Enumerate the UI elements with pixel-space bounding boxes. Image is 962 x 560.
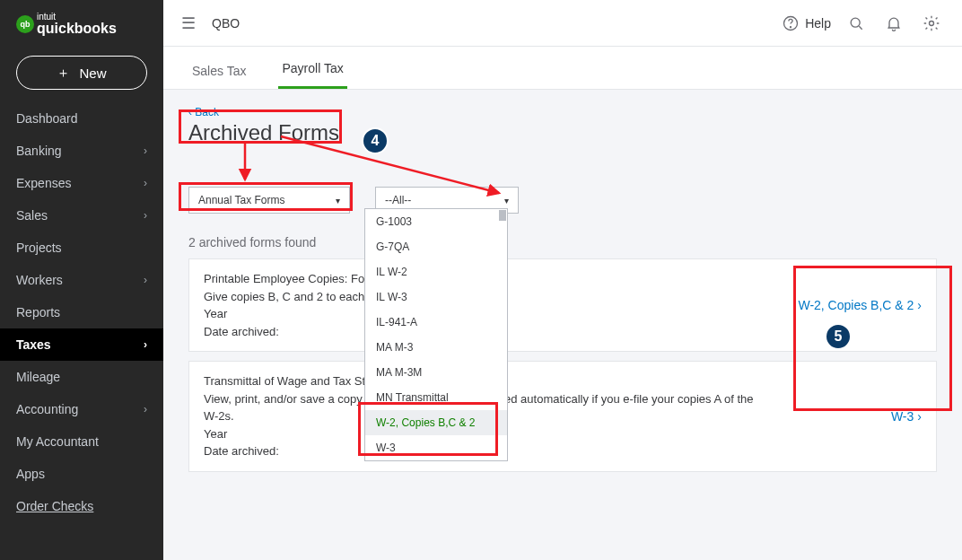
sidebar-item-accounting[interactable]: Accounting› bbox=[0, 393, 163, 425]
sidebar: qb intuit quickbooks ＋ New DashboardBank… bbox=[0, 0, 163, 560]
search-icon[interactable] bbox=[844, 11, 869, 36]
dropdown-option[interactable]: IL W-2 bbox=[365, 259, 507, 284]
hamburger-icon[interactable]: ☰ bbox=[181, 13, 196, 33]
result-link-w2[interactable]: W-2, Copies B,C & 2 › bbox=[798, 298, 922, 312]
notifications-icon[interactable] bbox=[881, 11, 906, 36]
logo-badge: qb bbox=[16, 15, 34, 33]
company-name: QBO bbox=[212, 16, 240, 31]
svg-point-2 bbox=[851, 18, 860, 27]
dropdown-option[interactable]: W-2, Copies B,C & 2 bbox=[365, 410, 507, 435]
dropdown-option[interactable]: W-3 bbox=[365, 435, 507, 460]
chevron-right-icon: › bbox=[917, 409, 922, 424]
logo: qb intuit quickbooks bbox=[0, 0, 163, 36]
sidebar-item-dashboard[interactable]: Dashboard bbox=[0, 102, 163, 135]
sidebar-item-projects[interactable]: Projects bbox=[0, 232, 163, 264]
form-name-dropdown[interactable]: G-1003G-7QAIL W-2IL W-3IL-941-AMA M-3MA … bbox=[364, 208, 508, 461]
svg-point-3 bbox=[930, 21, 934, 25]
dropdown-option[interactable]: MA M-3M bbox=[365, 360, 507, 385]
chevron-right-icon: › bbox=[144, 209, 147, 222]
chevron-right-icon: › bbox=[917, 298, 922, 312]
tab-bar: Sales Tax Payroll Tax bbox=[163, 47, 962, 90]
sidebar-item-expenses[interactable]: Expenses› bbox=[0, 167, 163, 199]
sidebar-item-sales[interactable]: Sales› bbox=[0, 199, 163, 232]
sidebar-item-mileage[interactable]: Mileage bbox=[0, 361, 163, 393]
sidebar-item-my-accountant[interactable]: My Accountant bbox=[0, 425, 163, 458]
tab-sales-tax[interactable]: Sales Tax bbox=[188, 64, 249, 89]
chevron-right-icon: › bbox=[144, 274, 147, 286]
back-link[interactable]: ‹ Back bbox=[188, 106, 937, 118]
help-icon bbox=[782, 14, 800, 32]
logo-text: intuit quickbooks bbox=[37, 13, 117, 36]
plus-icon: ＋ bbox=[57, 65, 70, 82]
sidebar-item-banking[interactable]: Banking› bbox=[0, 135, 163, 167]
page-title: Archived Forms bbox=[188, 120, 937, 145]
sidebar-item-taxes[interactable]: Taxes› bbox=[0, 328, 163, 361]
sidebar-item-apps[interactable]: Apps bbox=[0, 458, 163, 490]
gear-icon[interactable] bbox=[919, 11, 944, 36]
scrollbar[interactable] bbox=[499, 210, 506, 221]
annotation-badge-4: 4 bbox=[362, 127, 389, 154]
dropdown-option[interactable]: MN Transmittal bbox=[365, 385, 507, 410]
dropdown-option[interactable]: MA M-3 bbox=[365, 335, 507, 360]
tab-payroll-tax[interactable]: Payroll Tax bbox=[278, 61, 346, 89]
top-bar: ☰ QBO Help bbox=[163, 0, 962, 47]
chevron-right-icon: › bbox=[144, 338, 147, 351]
dropdown-option[interactable]: IL-941-A bbox=[365, 310, 507, 335]
dropdown-option[interactable]: G-1003 bbox=[365, 209, 507, 234]
chevron-down-icon: ▾ bbox=[336, 196, 340, 206]
new-button[interactable]: ＋ New bbox=[16, 56, 147, 90]
dropdown-option[interactable]: IL W-3 bbox=[365, 284, 507, 310]
svg-point-1 bbox=[791, 26, 791, 27]
annotation-badge-5: 5 bbox=[825, 323, 852, 350]
results-count: 2 archived forms found bbox=[188, 235, 937, 249]
form-type-select[interactable]: Annual Tax Forms▾ bbox=[188, 187, 350, 214]
result-card: Transmittal of Wage and Tax St View, pri… bbox=[188, 361, 937, 472]
chevron-right-icon: › bbox=[144, 144, 147, 157]
chevron-down-icon: ▾ bbox=[504, 196, 509, 206]
dropdown-option[interactable]: G-7QA bbox=[365, 234, 507, 259]
chevron-right-icon: › bbox=[144, 403, 147, 416]
sidebar-item-order-checks[interactable]: Order Checks bbox=[0, 490, 163, 522]
sidebar-item-reports[interactable]: Reports bbox=[0, 296, 163, 328]
chevron-right-icon: › bbox=[144, 177, 147, 189]
help-link[interactable]: Help bbox=[782, 14, 831, 32]
result-link-w3[interactable]: W-3 › bbox=[891, 409, 922, 424]
sidebar-item-workers[interactable]: Workers› bbox=[0, 264, 163, 296]
